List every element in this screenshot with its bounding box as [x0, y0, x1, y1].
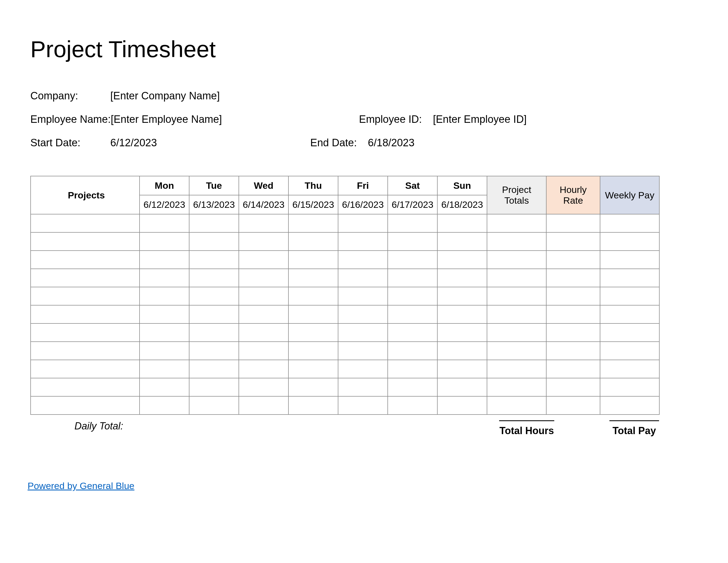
- hourly-rate-cell[interactable]: [546, 342, 600, 360]
- hours-cell[interactable]: [437, 305, 487, 324]
- hours-cell[interactable]: [338, 269, 388, 287]
- hours-cell[interactable]: [239, 232, 288, 250]
- hours-cell[interactable]: [338, 342, 388, 360]
- hours-cell[interactable]: [388, 214, 437, 232]
- hours-cell[interactable]: [437, 269, 487, 287]
- hours-cell[interactable]: [338, 232, 388, 250]
- hours-cell[interactable]: [338, 214, 388, 232]
- project-cell[interactable]: [31, 287, 140, 305]
- hours-cell[interactable]: [288, 360, 338, 378]
- project-cell[interactable]: [31, 396, 140, 415]
- hours-cell[interactable]: [189, 378, 239, 396]
- project-cell[interactable]: [31, 214, 140, 232]
- hours-cell[interactable]: [437, 287, 487, 305]
- hours-cell[interactable]: [140, 287, 189, 305]
- hourly-rate-cell[interactable]: [546, 378, 600, 396]
- hours-cell[interactable]: [140, 250, 189, 269]
- project-cell[interactable]: [31, 305, 140, 324]
- hours-cell[interactable]: [388, 305, 437, 324]
- hours-cell[interactable]: [288, 378, 338, 396]
- hours-cell[interactable]: [437, 214, 487, 232]
- project-cell[interactable]: [31, 342, 140, 360]
- hours-cell[interactable]: [288, 287, 338, 305]
- hours-cell[interactable]: [388, 232, 437, 250]
- hours-cell[interactable]: [388, 269, 437, 287]
- hours-cell[interactable]: [189, 269, 239, 287]
- hours-cell[interactable]: [388, 360, 437, 378]
- hours-cell[interactable]: [189, 396, 239, 415]
- hourly-rate-cell[interactable]: [546, 269, 600, 287]
- hours-cell[interactable]: [288, 342, 338, 360]
- hours-cell[interactable]: [140, 232, 189, 250]
- hours-cell[interactable]: [288, 214, 338, 232]
- hours-cell[interactable]: [338, 287, 388, 305]
- hours-cell[interactable]: [140, 324, 189, 342]
- hours-cell[interactable]: [437, 342, 487, 360]
- hours-cell[interactable]: [239, 396, 288, 415]
- hours-cell[interactable]: [239, 269, 288, 287]
- hours-cell[interactable]: [189, 324, 239, 342]
- hourly-rate-cell[interactable]: [546, 360, 600, 378]
- hourly-rate-cell[interactable]: [546, 250, 600, 269]
- hours-cell[interactable]: [388, 287, 437, 305]
- hours-cell[interactable]: [288, 324, 338, 342]
- hours-cell[interactable]: [140, 269, 189, 287]
- hours-cell[interactable]: [388, 250, 437, 269]
- hourly-rate-cell[interactable]: [546, 232, 600, 250]
- hours-cell[interactable]: [239, 360, 288, 378]
- hours-cell[interactable]: [288, 305, 338, 324]
- powered-by-link[interactable]: Powered by General Blue: [28, 481, 134, 491]
- hours-cell[interactable]: [239, 250, 288, 269]
- hours-cell[interactable]: [189, 360, 239, 378]
- hours-cell[interactable]: [189, 342, 239, 360]
- project-cell[interactable]: [31, 232, 140, 250]
- employee-id-value[interactable]: [Enter Employee ID]: [433, 111, 527, 128]
- hours-cell[interactable]: [140, 360, 189, 378]
- project-cell[interactable]: [31, 324, 140, 342]
- project-cell[interactable]: [31, 378, 140, 396]
- hours-cell[interactable]: [140, 305, 189, 324]
- start-date-value[interactable]: 6/12/2023: [110, 134, 157, 151]
- hours-cell[interactable]: [437, 250, 487, 269]
- hours-cell[interactable]: [388, 324, 437, 342]
- hours-cell[interactable]: [338, 305, 388, 324]
- project-cell[interactable]: [31, 269, 140, 287]
- hours-cell[interactable]: [288, 269, 338, 287]
- hours-cell[interactable]: [338, 378, 388, 396]
- hours-cell[interactable]: [288, 396, 338, 415]
- hours-cell[interactable]: [239, 324, 288, 342]
- hours-cell[interactable]: [140, 378, 189, 396]
- hours-cell[interactable]: [437, 360, 487, 378]
- hours-cell[interactable]: [239, 287, 288, 305]
- hours-cell[interactable]: [239, 342, 288, 360]
- hours-cell[interactable]: [189, 232, 239, 250]
- hours-cell[interactable]: [239, 214, 288, 232]
- hourly-rate-cell[interactable]: [546, 214, 600, 232]
- hours-cell[interactable]: [338, 396, 388, 415]
- hours-cell[interactable]: [437, 324, 487, 342]
- hours-cell[interactable]: [239, 305, 288, 324]
- hours-cell[interactable]: [338, 360, 388, 378]
- hours-cell[interactable]: [140, 396, 189, 415]
- end-date-value[interactable]: 6/18/2023: [368, 134, 414, 151]
- hours-cell[interactable]: [388, 396, 437, 415]
- employee-name-value[interactable]: [Enter Employee Name]: [111, 111, 222, 128]
- hours-cell[interactable]: [189, 250, 239, 269]
- hourly-rate-cell[interactable]: [546, 324, 600, 342]
- hours-cell[interactable]: [288, 250, 338, 269]
- hours-cell[interactable]: [140, 342, 189, 360]
- company-value[interactable]: [Enter Company Name]: [110, 87, 220, 104]
- project-cell[interactable]: [31, 360, 140, 378]
- hours-cell[interactable]: [189, 305, 239, 324]
- hours-cell[interactable]: [338, 324, 388, 342]
- hours-cell[interactable]: [288, 232, 338, 250]
- project-cell[interactable]: [31, 250, 140, 269]
- hours-cell[interactable]: [189, 214, 239, 232]
- hours-cell[interactable]: [189, 287, 239, 305]
- hours-cell[interactable]: [388, 378, 437, 396]
- hours-cell[interactable]: [437, 396, 487, 415]
- hours-cell[interactable]: [388, 342, 437, 360]
- hours-cell[interactable]: [338, 250, 388, 269]
- hourly-rate-cell[interactable]: [546, 287, 600, 305]
- hours-cell[interactable]: [437, 232, 487, 250]
